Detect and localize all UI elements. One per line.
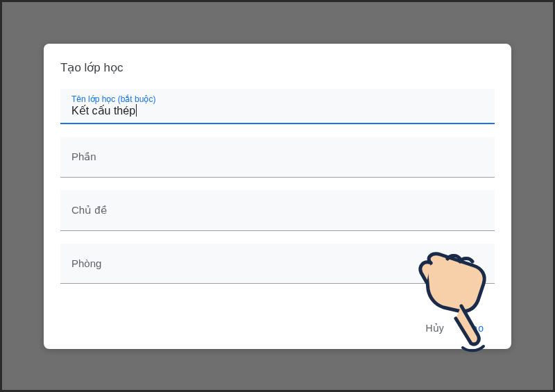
dialog-title: Tạo lớp học bbox=[60, 60, 495, 75]
room-placeholder: Phòng bbox=[71, 244, 484, 283]
subject-placeholder: Chủ đề bbox=[71, 190, 484, 230]
class-name-field[interactable]: Tên lớp học (bắt buộc) Kết cấu thép bbox=[60, 89, 495, 124]
subject-field[interactable]: Chủ đề bbox=[60, 190, 495, 231]
text-cursor bbox=[136, 104, 137, 117]
dialog-actions: Hủy Tạo bbox=[60, 318, 495, 338]
class-name-label: Tên lớp học (bắt buộc) bbox=[71, 89, 484, 104]
section-field[interactable]: Phần bbox=[60, 137, 495, 178]
room-field[interactable]: Phòng bbox=[60, 244, 495, 284]
create-button[interactable]: Tạo bbox=[463, 318, 486, 338]
section-placeholder: Phần bbox=[71, 137, 484, 177]
cancel-button[interactable]: Hủy bbox=[423, 318, 447, 338]
create-class-dialog: Tạo lớp học Tên lớp học (bắt buộc) Kết c… bbox=[44, 44, 511, 349]
class-name-input[interactable]: Kết cấu thép bbox=[71, 104, 135, 117]
